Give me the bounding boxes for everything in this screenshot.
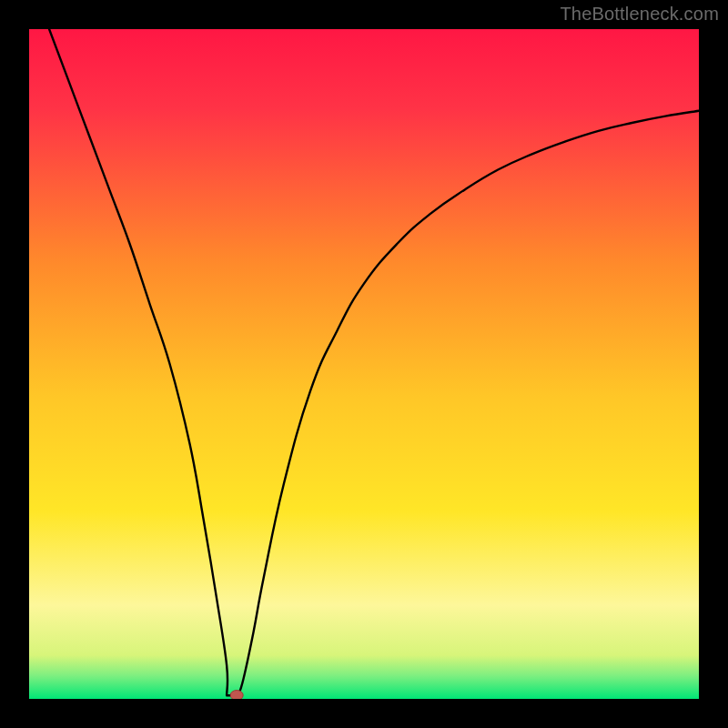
- plot-area: [29, 29, 699, 699]
- chart-svg: [29, 29, 699, 699]
- minimum-marker: [230, 691, 243, 700]
- chart-frame: TheBottleneck.com: [0, 0, 728, 728]
- attribution-text: TheBottleneck.com: [560, 4, 719, 25]
- gradient-background: [29, 29, 699, 699]
